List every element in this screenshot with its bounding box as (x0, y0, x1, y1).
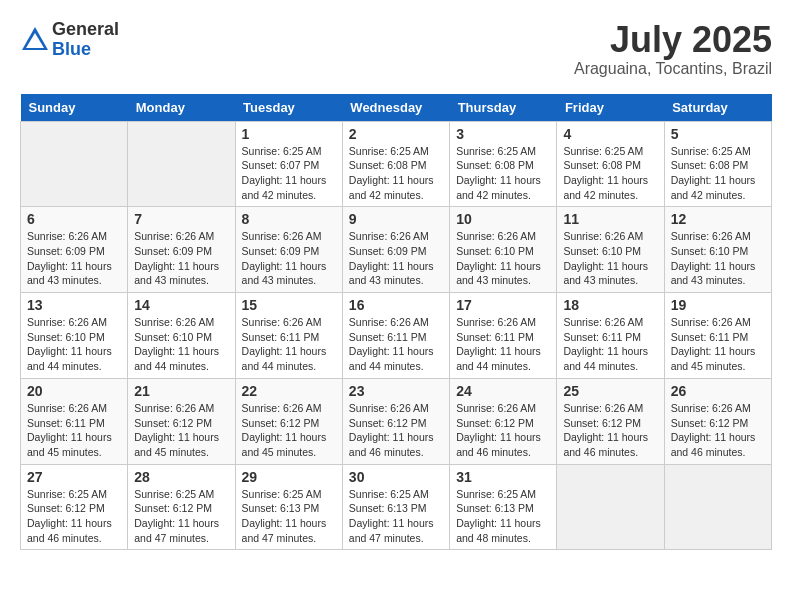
calendar-cell: 4Sunrise: 6:25 AM Sunset: 6:08 PM Daylig… (557, 121, 664, 207)
calendar-cell (557, 464, 664, 550)
calendar-cell: 26Sunrise: 6:26 AM Sunset: 6:12 PM Dayli… (664, 378, 771, 464)
calendar-cell: 3Sunrise: 6:25 AM Sunset: 6:08 PM Daylig… (450, 121, 557, 207)
day-info: Sunrise: 6:26 AM Sunset: 6:11 PM Dayligh… (242, 315, 336, 374)
day-number: 8 (242, 211, 336, 227)
weekday-header-sunday: Sunday (21, 94, 128, 122)
day-number: 4 (563, 126, 657, 142)
week-row-4: 20Sunrise: 6:26 AM Sunset: 6:11 PM Dayli… (21, 378, 772, 464)
day-info: Sunrise: 6:26 AM Sunset: 6:09 PM Dayligh… (27, 229, 121, 288)
day-number: 21 (134, 383, 228, 399)
day-info: Sunrise: 6:25 AM Sunset: 6:13 PM Dayligh… (242, 487, 336, 546)
week-row-3: 13Sunrise: 6:26 AM Sunset: 6:10 PM Dayli… (21, 293, 772, 379)
day-info: Sunrise: 6:25 AM Sunset: 6:08 PM Dayligh… (456, 144, 550, 203)
calendar-cell: 1Sunrise: 6:25 AM Sunset: 6:07 PM Daylig… (235, 121, 342, 207)
calendar-cell (21, 121, 128, 207)
calendar-cell: 7Sunrise: 6:26 AM Sunset: 6:09 PM Daylig… (128, 207, 235, 293)
day-number: 16 (349, 297, 443, 313)
day-number: 20 (27, 383, 121, 399)
weekday-header-row: SundayMondayTuesdayWednesdayThursdayFrid… (21, 94, 772, 122)
day-number: 29 (242, 469, 336, 485)
day-number: 18 (563, 297, 657, 313)
weekday-header-friday: Friday (557, 94, 664, 122)
day-info: Sunrise: 6:26 AM Sunset: 6:10 PM Dayligh… (563, 229, 657, 288)
calendar-cell: 16Sunrise: 6:26 AM Sunset: 6:11 PM Dayli… (342, 293, 449, 379)
location-title: Araguaina, Tocantins, Brazil (574, 60, 772, 78)
day-info: Sunrise: 6:25 AM Sunset: 6:08 PM Dayligh… (349, 144, 443, 203)
day-info: Sunrise: 6:26 AM Sunset: 6:09 PM Dayligh… (242, 229, 336, 288)
calendar-table: SundayMondayTuesdayWednesdayThursdayFrid… (20, 94, 772, 551)
calendar-cell: 6Sunrise: 6:26 AM Sunset: 6:09 PM Daylig… (21, 207, 128, 293)
day-number: 6 (27, 211, 121, 227)
day-info: Sunrise: 6:26 AM Sunset: 6:11 PM Dayligh… (671, 315, 765, 374)
day-number: 25 (563, 383, 657, 399)
logo-general: General (52, 20, 119, 40)
calendar-cell: 28Sunrise: 6:25 AM Sunset: 6:12 PM Dayli… (128, 464, 235, 550)
day-info: Sunrise: 6:25 AM Sunset: 6:13 PM Dayligh… (456, 487, 550, 546)
day-number: 10 (456, 211, 550, 227)
day-number: 2 (349, 126, 443, 142)
day-info: Sunrise: 6:26 AM Sunset: 6:12 PM Dayligh… (349, 401, 443, 460)
day-info: Sunrise: 6:25 AM Sunset: 6:08 PM Dayligh… (563, 144, 657, 203)
calendar-cell: 10Sunrise: 6:26 AM Sunset: 6:10 PM Dayli… (450, 207, 557, 293)
month-title: July 2025 (574, 20, 772, 60)
day-number: 27 (27, 469, 121, 485)
calendar-cell: 29Sunrise: 6:25 AM Sunset: 6:13 PM Dayli… (235, 464, 342, 550)
day-info: Sunrise: 6:26 AM Sunset: 6:10 PM Dayligh… (671, 229, 765, 288)
weekday-header-thursday: Thursday (450, 94, 557, 122)
weekday-header-wednesday: Wednesday (342, 94, 449, 122)
day-info: Sunrise: 6:26 AM Sunset: 6:10 PM Dayligh… (134, 315, 228, 374)
day-info: Sunrise: 6:26 AM Sunset: 6:12 PM Dayligh… (671, 401, 765, 460)
day-number: 14 (134, 297, 228, 313)
day-info: Sunrise: 6:26 AM Sunset: 6:10 PM Dayligh… (456, 229, 550, 288)
day-info: Sunrise: 6:26 AM Sunset: 6:12 PM Dayligh… (134, 401, 228, 460)
day-info: Sunrise: 6:26 AM Sunset: 6:09 PM Dayligh… (349, 229, 443, 288)
calendar-cell (128, 121, 235, 207)
calendar-cell: 23Sunrise: 6:26 AM Sunset: 6:12 PM Dayli… (342, 378, 449, 464)
week-row-2: 6Sunrise: 6:26 AM Sunset: 6:09 PM Daylig… (21, 207, 772, 293)
calendar-cell: 2Sunrise: 6:25 AM Sunset: 6:08 PM Daylig… (342, 121, 449, 207)
calendar-cell: 13Sunrise: 6:26 AM Sunset: 6:10 PM Dayli… (21, 293, 128, 379)
day-info: Sunrise: 6:26 AM Sunset: 6:11 PM Dayligh… (456, 315, 550, 374)
day-number: 1 (242, 126, 336, 142)
day-info: Sunrise: 6:26 AM Sunset: 6:09 PM Dayligh… (134, 229, 228, 288)
day-number: 15 (242, 297, 336, 313)
calendar-cell: 17Sunrise: 6:26 AM Sunset: 6:11 PM Dayli… (450, 293, 557, 379)
day-number: 26 (671, 383, 765, 399)
day-number: 28 (134, 469, 228, 485)
day-number: 5 (671, 126, 765, 142)
calendar-cell: 30Sunrise: 6:25 AM Sunset: 6:13 PM Dayli… (342, 464, 449, 550)
day-number: 3 (456, 126, 550, 142)
calendar-cell: 19Sunrise: 6:26 AM Sunset: 6:11 PM Dayli… (664, 293, 771, 379)
logo-text: General Blue (52, 20, 119, 60)
day-info: Sunrise: 6:26 AM Sunset: 6:12 PM Dayligh… (242, 401, 336, 460)
week-row-5: 27Sunrise: 6:25 AM Sunset: 6:12 PM Dayli… (21, 464, 772, 550)
day-info: Sunrise: 6:25 AM Sunset: 6:08 PM Dayligh… (671, 144, 765, 203)
day-number: 19 (671, 297, 765, 313)
day-number: 13 (27, 297, 121, 313)
day-info: Sunrise: 6:25 AM Sunset: 6:12 PM Dayligh… (27, 487, 121, 546)
day-number: 22 (242, 383, 336, 399)
day-number: 24 (456, 383, 550, 399)
day-number: 30 (349, 469, 443, 485)
day-info: Sunrise: 6:25 AM Sunset: 6:12 PM Dayligh… (134, 487, 228, 546)
calendar-cell: 22Sunrise: 6:26 AM Sunset: 6:12 PM Dayli… (235, 378, 342, 464)
day-number: 23 (349, 383, 443, 399)
day-number: 17 (456, 297, 550, 313)
calendar-cell: 11Sunrise: 6:26 AM Sunset: 6:10 PM Dayli… (557, 207, 664, 293)
day-info: Sunrise: 6:26 AM Sunset: 6:11 PM Dayligh… (563, 315, 657, 374)
calendar-cell: 27Sunrise: 6:25 AM Sunset: 6:12 PM Dayli… (21, 464, 128, 550)
day-info: Sunrise: 6:25 AM Sunset: 6:07 PM Dayligh… (242, 144, 336, 203)
day-number: 12 (671, 211, 765, 227)
calendar-cell: 8Sunrise: 6:26 AM Sunset: 6:09 PM Daylig… (235, 207, 342, 293)
day-number: 9 (349, 211, 443, 227)
logo: General Blue (20, 20, 119, 60)
day-info: Sunrise: 6:26 AM Sunset: 6:11 PM Dayligh… (27, 401, 121, 460)
day-info: Sunrise: 6:26 AM Sunset: 6:12 PM Dayligh… (563, 401, 657, 460)
week-row-1: 1Sunrise: 6:25 AM Sunset: 6:07 PM Daylig… (21, 121, 772, 207)
weekday-header-tuesday: Tuesday (235, 94, 342, 122)
weekday-header-monday: Monday (128, 94, 235, 122)
calendar-cell: 12Sunrise: 6:26 AM Sunset: 6:10 PM Dayli… (664, 207, 771, 293)
calendar-cell: 9Sunrise: 6:26 AM Sunset: 6:09 PM Daylig… (342, 207, 449, 293)
logo-icon (20, 25, 50, 55)
calendar-cell: 14Sunrise: 6:26 AM Sunset: 6:10 PM Dayli… (128, 293, 235, 379)
